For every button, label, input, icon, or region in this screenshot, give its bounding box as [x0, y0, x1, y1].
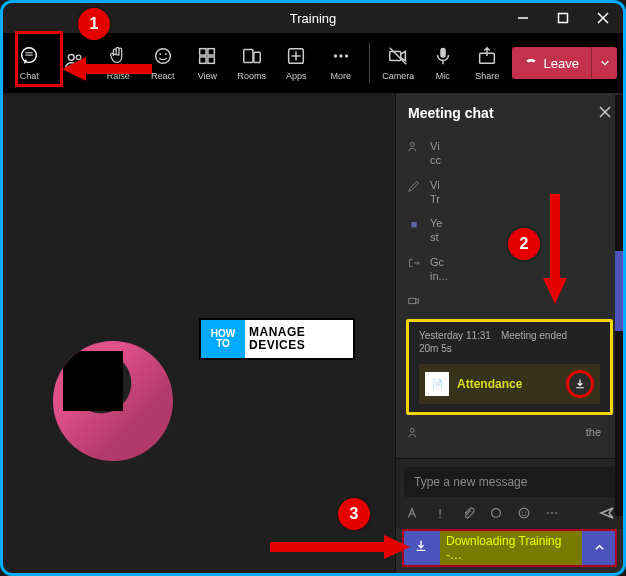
svg-point-36 — [525, 511, 526, 512]
attendance-label: Attendance — [457, 377, 522, 391]
minimize-button[interactable] — [503, 3, 543, 33]
svg-rect-13 — [208, 49, 214, 55]
download-icon — [414, 539, 428, 557]
camera-button[interactable]: Camera — [378, 37, 419, 89]
svg-line-25 — [390, 48, 407, 65]
chat-label: Chat — [20, 71, 39, 81]
more-compose-icon[interactable]: ⋯ — [544, 505, 560, 521]
svg-point-23 — [345, 54, 348, 57]
system-message: the — [406, 425, 613, 441]
toolbar-separator — [369, 43, 370, 83]
close-button[interactable] — [583, 3, 623, 33]
more-button[interactable]: More — [321, 37, 362, 89]
rooms-button[interactable]: Rooms — [232, 37, 273, 89]
share-button[interactable]: Share — [467, 37, 508, 89]
priority-icon[interactable]: ! — [432, 505, 448, 521]
react-label: React — [151, 71, 175, 81]
system-message: Gc in... — [406, 255, 613, 284]
svg-point-21 — [334, 54, 337, 57]
svg-point-9 — [155, 49, 170, 64]
rooms-label: Rooms — [238, 71, 267, 81]
apps-button[interactable]: Apps — [276, 37, 317, 89]
pencil-icon — [406, 178, 422, 194]
svg-point-11 — [165, 53, 167, 55]
svg-marker-40 — [543, 278, 567, 304]
compose-area: Type a new message ! ⋯ — [396, 458, 623, 529]
share-label: Share — [475, 71, 499, 81]
svg-rect-14 — [200, 57, 206, 63]
emoji-icon — [152, 45, 174, 67]
chevron-up-icon[interactable] — [594, 539, 605, 557]
panel-close-button[interactable] — [599, 105, 611, 121]
grid-icon — [196, 45, 218, 67]
svg-rect-1 — [559, 14, 568, 23]
annotation-badge-3: 3 — [338, 498, 370, 530]
svg-marker-42 — [384, 535, 410, 559]
attendance-file[interactable]: 📄 Attendance — [419, 364, 600, 404]
card-duration: 20m 5s — [419, 343, 600, 354]
camera-off-icon — [387, 45, 409, 67]
attach-icon[interactable] — [460, 505, 476, 521]
svg-point-35 — [522, 511, 523, 512]
exit-icon — [406, 255, 422, 271]
message-input[interactable]: Type a new message — [404, 467, 615, 497]
more-icon — [330, 45, 352, 67]
svg-point-33 — [492, 509, 501, 518]
view-button[interactable]: View — [187, 37, 228, 89]
system-message — [406, 293, 613, 309]
more-label: More — [331, 71, 352, 81]
chat-icon — [18, 45, 40, 67]
system-message: Vi Tr — [406, 178, 613, 207]
card-status: Meeting ended — [501, 330, 567, 341]
apps-icon — [285, 45, 307, 67]
share-icon — [476, 45, 498, 67]
annotation-arrow-3 — [270, 532, 410, 562]
phone-icon — [524, 55, 538, 72]
svg-point-30 — [410, 142, 414, 146]
people-icon — [406, 425, 422, 441]
svg-rect-15 — [208, 57, 214, 63]
mic-icon — [432, 45, 454, 67]
emoji-picker-icon[interactable] — [516, 505, 532, 521]
loop-icon[interactable] — [488, 505, 504, 521]
svg-marker-38 — [62, 57, 86, 81]
video-icon: ■ — [406, 216, 422, 232]
meeting-ended-card: Yesterday 11:31 Meeting ended 20m 5s 📄 A… — [406, 319, 613, 415]
annotation-badge-1: 1 — [78, 8, 110, 40]
format-icon[interactable] — [404, 505, 420, 521]
maximize-button[interactable] — [543, 3, 583, 33]
svg-rect-26 — [440, 48, 446, 58]
svg-rect-31 — [409, 299, 416, 304]
annotation-arrow-2 — [540, 194, 570, 304]
svg-point-34 — [519, 508, 529, 518]
system-message: Vi cc — [406, 139, 613, 168]
leave-label: Leave — [544, 56, 579, 71]
panel-title: Meeting chat — [408, 105, 494, 121]
download-text: Downloading Training -… — [440, 531, 582, 565]
send-button[interactable] — [599, 505, 615, 521]
rooms-icon — [241, 45, 263, 67]
svg-point-10 — [159, 53, 161, 55]
mic-button[interactable]: Mic — [423, 37, 464, 89]
mic-label: Mic — [436, 71, 450, 81]
leave-menu-button[interactable] — [591, 47, 617, 79]
annotation-arrow-1 — [62, 54, 152, 84]
watermark-logo: HOWTO MANAGEDEVICES — [199, 318, 355, 360]
camera-label: Camera — [382, 71, 414, 81]
view-label: View — [198, 71, 217, 81]
download-button[interactable] — [566, 370, 594, 398]
people-icon — [406, 139, 422, 155]
video-off-icon — [406, 293, 422, 309]
leave-button[interactable]: Leave — [512, 47, 591, 79]
meeting-stage: HOWTO MANAGEDEVICES — [3, 93, 395, 573]
svg-rect-12 — [200, 49, 206, 55]
download-toast[interactable]: Downloading Training -… — [402, 529, 617, 567]
apps-label: Apps — [286, 71, 307, 81]
participant-avatar — [53, 341, 173, 461]
right-rail — [615, 95, 623, 516]
svg-point-22 — [339, 54, 342, 57]
svg-rect-16 — [244, 50, 253, 63]
chat-button[interactable]: Chat — [9, 37, 50, 89]
meeting-chat-panel: Meeting chat Vi cc Vi Tr ■ Ye st — [395, 93, 623, 573]
svg-point-32 — [410, 429, 414, 433]
